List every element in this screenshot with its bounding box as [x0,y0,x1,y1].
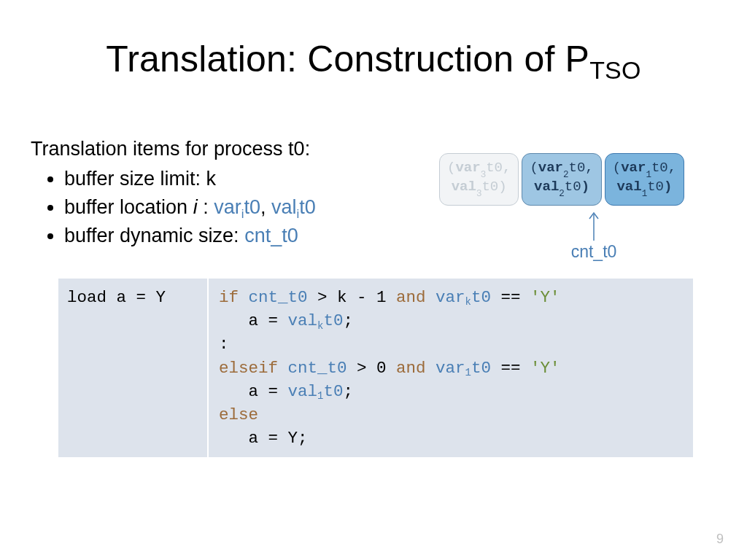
cell1-row1: (var1t0, [613,160,676,179]
intro-lead: Translation items for process t0: [31,135,316,163]
buffer-cell-2: (var2t0, val2t0) [522,153,601,206]
cnt-label: cnt_t0 [550,242,638,262]
cnt-arrow: cnt_t0 [550,210,638,262]
b2-var-txt: var [214,196,241,218]
b2-var: varit0 [214,196,260,218]
arrow-up-icon [587,210,600,241]
buffer-cell-3: (var3t0, val3t0) [439,153,519,206]
b2-val: valit0 [271,196,316,218]
slide-title: Translation: Construction of PTSO [0,38,747,80]
b2-val-txt: val [271,196,297,218]
code-right: if cnt_t0 > k - 1 and varkt0 == 'Y' a = … [209,279,693,457]
buffer-cells: (var3t0, val3t0) (var2t0, val2t0) (var1t… [439,153,684,206]
code-left: load a = Y [58,279,209,457]
b2-val-sub: i [296,207,299,221]
intro-list: buffer size limit: k buffer location i :… [31,165,316,250]
bullet-buffer-location: buffer location i : varit0, valit0 [64,193,316,222]
page-number: 9 [716,532,724,547]
b2-val-t0: t0 [299,196,316,218]
title-main: Translation: Construction of P [106,39,589,79]
b3-cnt: cnt_t0 [244,225,298,246]
b2-sep: : [198,196,214,218]
title-sub: TSO [589,56,641,84]
b2-var-t0: t0 [244,196,260,218]
intro-block: Translation items for process t0: buffer… [31,135,316,251]
code-block: load a = Y if cnt_t0 > k - 1 and varkt0 … [58,279,693,457]
buffer-cell-1: (var1t0, val1t0) [605,153,684,206]
slide: Translation: Construction of PTSO Transl… [0,0,747,560]
cell3-row2: val3t0) [447,179,511,198]
bullet-buffer-dynamic: buffer dynamic size: cnt_t0 [64,222,316,250]
cell1-row2: val1t0) [613,179,676,198]
cell2-row1: (var2t0, [530,160,593,179]
bullet-buffer-size: buffer size limit: k [64,165,316,193]
cell3-row1: (var3t0, [447,160,511,179]
b2-var-sub: i [241,207,244,221]
b3-pre: buffer dynamic size: [64,225,244,246]
b2-pre: buffer location [64,196,193,218]
b2-comma: , [260,196,271,218]
cell2-row2: val2t0) [530,179,593,198]
